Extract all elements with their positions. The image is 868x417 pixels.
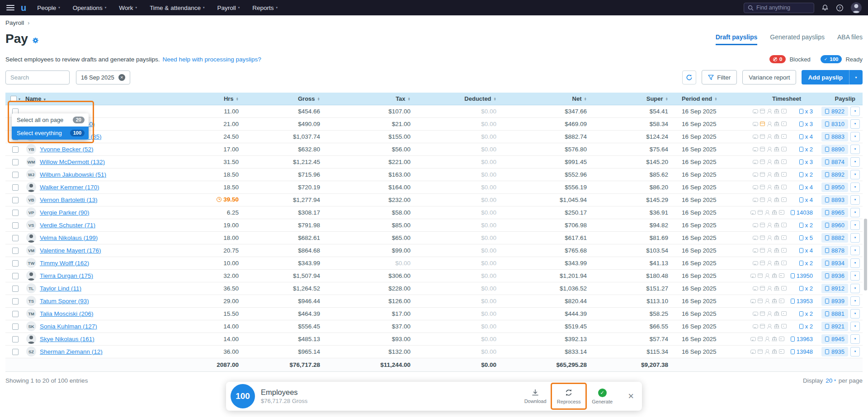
row-checkbox[interactable] [12, 311, 19, 317]
timesheet-link[interactable]: x 2 [793, 285, 813, 292]
payslip-dropdown-button[interactable]: ▾ [850, 183, 860, 192]
header-name[interactable]: Name [25, 95, 41, 102]
payslip-dropdown-button[interactable]: ▾ [850, 284, 860, 293]
row-checkbox[interactable] [12, 210, 19, 216]
payslip-link[interactable]: 8874 [821, 157, 848, 167]
timesheet-link[interactable]: 13950 [791, 272, 813, 279]
table-row[interactable]: VPVergie Parker (90)6.25$308.17$58.00$0.… [5, 206, 863, 219]
payslip-dropdown-button[interactable]: ▾ [850, 157, 860, 167]
header-net[interactable]: Net [572, 95, 582, 102]
add-payslip-button[interactable]: Add payslip [802, 70, 849, 84]
table-row[interactable]: TWTimmy Wolff (162)10.00$343.99$0.00$0.0… [5, 257, 863, 269]
payslip-link[interactable]: 8934 [821, 258, 848, 268]
header-hrs[interactable]: Hrs [224, 95, 234, 102]
nav-item-operations[interactable]: Operations▾ [73, 5, 107, 11]
table-row[interactable]: 40)21.00$490.09$21.00$0.00$469.09$58.341… [5, 117, 863, 130]
notifications-bell-icon[interactable] [821, 4, 829, 11]
row-checkbox[interactable] [12, 323, 19, 330]
timesheet-link[interactable]: x 2 [793, 171, 813, 178]
employee-name-link[interactable]: Taylor Lind (11) [40, 285, 81, 292]
filter-button[interactable]: Filter [702, 70, 737, 84]
menu-item-select-everything[interactable]: Select everything 100 [12, 127, 89, 140]
payslip-dropdown-button[interactable]: ▾ [850, 334, 860, 344]
help-icon[interactable]: ? [836, 4, 844, 12]
payslip-dropdown-button[interactable]: ▾ [850, 233, 860, 243]
timesheet-link[interactable]: x 2 [793, 323, 813, 330]
employee-name-link[interactable]: Timmy Wolff (162) [40, 260, 89, 267]
employee-name-link[interactable]: Sonia Kuhlman (127) [40, 323, 97, 330]
row-checkbox[interactable] [12, 273, 19, 279]
timesheet-link[interactable]: x 3 [793, 108, 813, 115]
payslip-link[interactable]: 8881 [821, 309, 848, 319]
row-checkbox[interactable] [12, 159, 19, 165]
table-row[interactable]: WMWillow McDermott (132)31.50$1,212.45$2… [5, 155, 863, 168]
employee-search-input[interactable] [5, 70, 70, 84]
sort-icon[interactable]: ▲▼ [494, 97, 496, 101]
payslip-dropdown-button[interactable]: ▾ [850, 145, 860, 154]
timesheet-link[interactable]: 13953 [791, 298, 813, 305]
table-row[interactable]: Tierra Durgan (175)32.00$1,507.94$306.00… [5, 269, 863, 282]
nav-item-people[interactable]: People▾ [37, 5, 60, 11]
row-checkbox[interactable] [12, 298, 19, 305]
header-gross[interactable]: Gross [298, 95, 315, 102]
breadcrumb-link-payroll[interactable]: Payroll [5, 19, 24, 26]
employee-name-link[interactable]: Yvonne Becker (52) [40, 146, 94, 153]
header-super[interactable]: Super [646, 95, 663, 102]
nav-item-reports[interactable]: Reports▾ [252, 5, 278, 11]
tab-generated-payslips[interactable]: Generated payslips [770, 33, 825, 45]
table-row[interactable]: SKSonia Kuhlman (127)14.00$556.45$37.00$… [5, 320, 863, 333]
pay-date-filter-chip[interactable]: 16 Sep 2025 × [76, 70, 130, 84]
sort-icon[interactable]: ▲▼ [408, 97, 410, 101]
row-checkbox[interactable] [12, 260, 19, 267]
payslip-dropdown-button[interactable]: ▾ [850, 119, 860, 129]
download-button[interactable]: Download [520, 389, 550, 404]
header-deducted[interactable]: Deducted [464, 95, 491, 102]
user-avatar[interactable] [851, 2, 862, 13]
payslip-link[interactable]: 8950 [821, 183, 848, 192]
employee-name-link[interactable]: Skye Nikolaus (161) [40, 336, 94, 342]
payslip-dropdown-button[interactable]: ▾ [850, 220, 860, 230]
payslip-link[interactable]: 8882 [821, 233, 848, 243]
employee-name-link[interactable]: Wilburn Jakubowski (51) [40, 171, 106, 178]
payslip-dropdown-button[interactable]: ▾ [850, 296, 860, 306]
menu-item-select-all-on-page[interactable]: Select all on page 20 [12, 113, 89, 127]
payslip-dropdown-button[interactable]: ▾ [850, 309, 860, 319]
employee-name-link[interactable]: Vergie Parker (90) [40, 209, 90, 216]
payslip-dropdown-button[interactable]: ▾ [850, 208, 860, 217]
payslip-dropdown-button[interactable]: ▾ [850, 132, 860, 141]
add-payslip-dropdown-button[interactable]: ▾ [849, 70, 863, 84]
row-checkbox[interactable] [12, 146, 19, 153]
nav-item-work[interactable]: Work▾ [119, 5, 137, 11]
table-row[interactable]: TMTalia Mosciski (206)15.50$464.39$17.00… [5, 307, 863, 320]
table-row[interactable]: TSTatum Sporer (93)29.00$946.44$126.00$0… [5, 295, 863, 307]
table-row[interactable]: VSVerdie Schuster (71)19.00$791.98$85.00… [5, 219, 863, 231]
payslip-dropdown-button[interactable]: ▾ [850, 347, 860, 356]
timesheet-link[interactable]: x 2 [793, 260, 813, 267]
row-checkbox[interactable] [12, 235, 19, 241]
table-row[interactable]: ZGZander Gutkowski (35)24.50$1,037.74$15… [5, 130, 863, 143]
row-checkbox[interactable] [12, 222, 19, 229]
payslip-dropdown-button[interactable]: ▾ [850, 195, 860, 205]
timesheet-link[interactable]: x 4 [793, 247, 813, 254]
close-icon[interactable]: × [628, 391, 634, 401]
table-row[interactable]: TLTaylor Lind (11)36.50$1,264.52$228.00$… [5, 282, 863, 295]
timesheet-link[interactable]: x 4 [793, 197, 813, 203]
sort-icon[interactable]: ▲▼ [665, 97, 668, 101]
table-row[interactable]: WJWilburn Jakubowski (51)18.50$715.96$16… [5, 168, 863, 181]
payslip-link[interactable]: 8936 [821, 271, 848, 281]
table-row[interactable]: YBYvonne Becker (52)17.00$632.80$56.00$0… [5, 143, 863, 155]
select-all-checkbox[interactable] [10, 96, 17, 102]
payslip-link[interactable]: 8892 [821, 170, 848, 179]
sort-icon[interactable]: ▲▼ [584, 97, 587, 101]
timesheet-link[interactable]: x 3 [793, 159, 813, 165]
payslip-link[interactable]: 8890 [821, 145, 848, 154]
help-payslips-link[interactable]: Need help with processing payslips? [162, 56, 261, 63]
nav-item-time-attendance[interactable]: Time & attendance▾ [150, 5, 204, 11]
reprocess-button[interactable]: Reprocess [554, 388, 584, 404]
refresh-button[interactable] [682, 70, 696, 84]
employee-name-link[interactable]: Valentine Mayert (176) [40, 247, 101, 254]
tab-aba-files[interactable]: ABA files [837, 33, 863, 45]
payslip-link[interactable]: 8945 [821, 334, 848, 344]
scrollbar-thumb[interactable] [864, 219, 867, 290]
table-row[interactable]: SZSherman Ziemann (12)36.00$965.14$132.0… [5, 345, 863, 358]
